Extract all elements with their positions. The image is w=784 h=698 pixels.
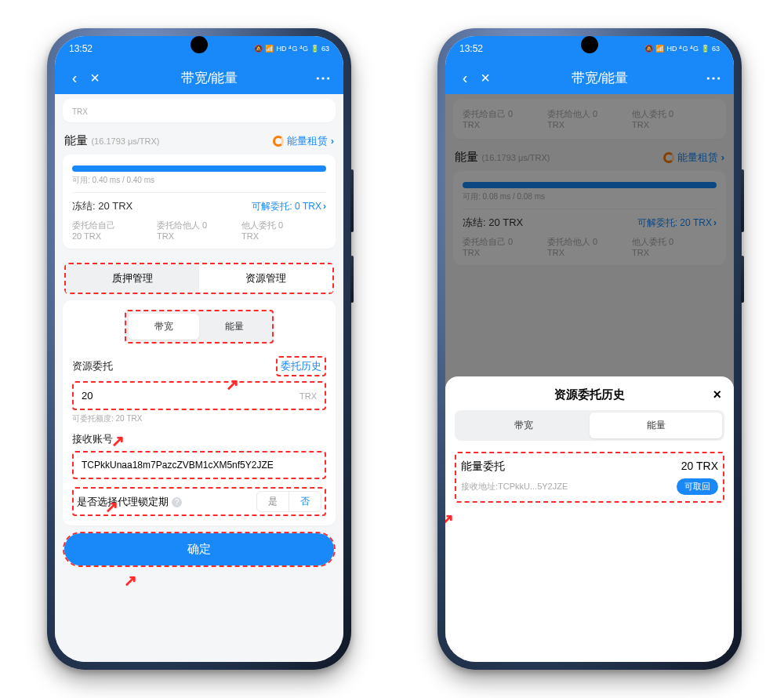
col-from-label: 他人委托 0	[241, 220, 326, 231]
lock-no[interactable]: 否	[289, 492, 321, 511]
delegate-label: 资源委托	[72, 359, 113, 373]
sheet-close-icon[interactable]: ×	[713, 387, 721, 403]
help-icon[interactable]: ?	[172, 497, 182, 507]
sheet-title: 资源委托历史	[554, 387, 625, 402]
receiver-input[interactable]: TCPkkUnaa18m7PazcZVBM1cXM5nf5Y2JZE	[72, 451, 326, 479]
subtab-bandwidth[interactable]: 带宽	[129, 314, 199, 340]
close-icon[interactable]: ×	[85, 69, 105, 87]
page-title: 带宽/能量	[105, 69, 314, 87]
receiver-label: 接收账号	[72, 432, 326, 446]
history-tab-bandwidth[interactable]: 带宽	[457, 413, 590, 438]
back-icon[interactable]: ‹	[455, 69, 475, 87]
energy-progress	[72, 165, 326, 172]
amount-input[interactable]: 20 TRX	[72, 381, 326, 410]
energy-lease-link[interactable]: 能量租赁›	[273, 134, 334, 148]
status-time: 13:52	[459, 43, 483, 54]
more-icon[interactable]: ⋯	[704, 68, 724, 87]
history-item-label: 能量委托	[461, 460, 505, 474]
energy-label: 能量	[64, 133, 88, 147]
energy-rate: (16.1793 μs/TRX)	[91, 136, 159, 146]
energy-available: 可用: 0.40 ms / 0.40 ms	[72, 175, 326, 186]
more-icon[interactable]: ⋯	[314, 68, 334, 87]
unstakeable-link[interactable]: 可解委托: 0 TRX›	[252, 200, 326, 213]
trx-chip: TRX	[72, 107, 88, 116]
delegate-history-link[interactable]: 委托历史	[276, 356, 326, 376]
tab-resource-mgmt[interactable]: 资源管理	[199, 264, 332, 293]
close-icon[interactable]: ×	[475, 69, 495, 87]
status-indicators: 🔕📶HD⁴G ⁴G 🔋63	[644, 45, 720, 53]
confirm-button[interactable]: 确定	[64, 533, 334, 565]
status-time: 13:52	[69, 43, 93, 54]
nav-bar: ‹ × 带宽/能量 ⋯	[55, 61, 343, 94]
col-self-label: 委托给自己	[72, 220, 157, 231]
col-other-label: 委托给他人 0	[157, 220, 241, 231]
history-item-amount: 20 TRX	[681, 460, 718, 474]
history-tab-energy[interactable]: 能量	[590, 413, 722, 438]
page-title: 带宽/能量	[495, 69, 704, 87]
status-indicators: 🔕📶HD⁴G ⁴G 🔋63	[254, 45, 329, 53]
lock-yes[interactable]: 是	[257, 492, 289, 511]
frozen-label: 冻结: 20 TRX	[72, 199, 132, 213]
tab-stake-mgmt[interactable]: 质押管理	[66, 264, 199, 293]
history-item-addr: 接收地址:TCPkkU...5Y2JZE	[461, 481, 568, 493]
nav-bar: ‹ × 带宽/能量 ⋯	[445, 61, 734, 94]
recall-button[interactable]: 可取回	[677, 478, 718, 495]
lock-label: 是否选择代理锁定期?	[77, 495, 182, 509]
subtab-energy[interactable]: 能量	[199, 314, 270, 340]
back-icon[interactable]: ‹	[64, 69, 85, 87]
history-sheet: 资源委托历史 × 带宽 能量 能量委托 20 TRX 接收地址:TCPkkU..…	[445, 376, 734, 662]
ring-icon	[273, 136, 284, 147]
quota: 可委托额度: 20 TRX	[72, 413, 326, 424]
